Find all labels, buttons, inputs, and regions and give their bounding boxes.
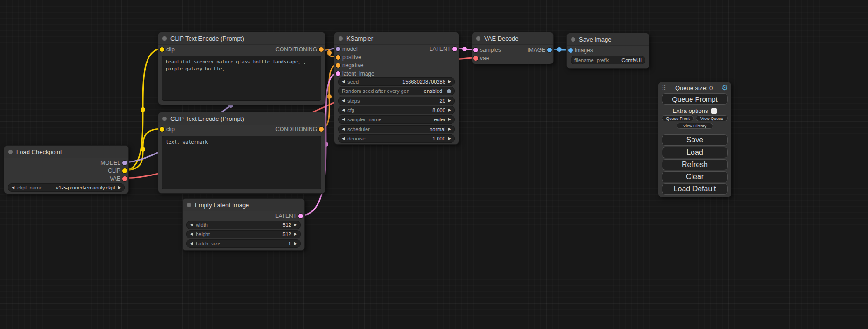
widget-steps[interactable]: ◀ steps 20 ▶ [338, 97, 455, 105]
node-title-bar[interactable]: KSampler [334, 32, 459, 45]
input-label-clip: clip [166, 126, 175, 133]
node-title-bar[interactable]: Load Checkpoint [4, 146, 128, 158]
output-slot-conditioning[interactable] [319, 47, 324, 52]
view-queue-button[interactable]: View Queue [696, 115, 728, 121]
gear-icon[interactable]: ⚙ [722, 84, 728, 92]
node-vae-decode[interactable]: VAE Decode samples vae IMAGE [472, 32, 554, 64]
widget-batch-size[interactable]: ◀ batch_size 1 ▶ [186, 239, 301, 248]
increment-arrow-icon[interactable]: ▶ [448, 78, 451, 85]
positive-prompt-textarea[interactable]: beautiful scenery nature glass bottle la… [162, 56, 321, 101]
decrement-arrow-icon[interactable]: ◀ [190, 231, 193, 238]
save-button[interactable]: Save [662, 134, 728, 146]
extra-options-label: Extra options [673, 107, 708, 114]
node-load-checkpoint[interactable]: Load Checkpoint MODEL CLIP VAE ◀ ckpt_na… [4, 145, 129, 194]
load-default-button[interactable]: Load Default [662, 183, 728, 195]
widget-label: filename_prefix [574, 57, 609, 63]
input-slot-positive[interactable] [336, 55, 340, 60]
increment-arrow-icon[interactable]: ▶ [294, 240, 297, 247]
collapse-dot[interactable] [571, 37, 575, 42]
widget-denoise[interactable]: ◀ denoise 1.000 ▶ [338, 134, 455, 143]
increment-arrow-icon[interactable]: ▶ [448, 126, 451, 133]
decrement-arrow-icon[interactable]: ◀ [190, 222, 193, 228]
decrement-arrow-icon[interactable]: ◀ [190, 240, 193, 247]
decrement-arrow-icon[interactable]: ◀ [342, 135, 345, 142]
node-save-image[interactable]: Save Image images filename_prefix ComfyU… [566, 33, 649, 69]
output-label-vae: VAE [110, 175, 120, 182]
refresh-button[interactable]: Refresh [662, 159, 728, 170]
increment-arrow-icon[interactable]: ▶ [448, 135, 451, 142]
output-slot-vae[interactable] [122, 176, 127, 181]
increment-arrow-icon[interactable]: ▶ [294, 231, 297, 238]
decrement-arrow-icon[interactable]: ◀ [342, 107, 345, 113]
output-label-model: MODEL [100, 160, 120, 166]
input-slot-clip[interactable] [160, 127, 164, 132]
decrement-arrow-icon[interactable]: ◀ [12, 184, 14, 191]
widget-scheduler[interactable]: ◀ scheduler normal ▶ [338, 125, 455, 133]
decrement-arrow-icon[interactable]: ◀ [342, 116, 345, 123]
widget-random-seed-toggle[interactable]: Random seed after every gen enabled [338, 87, 455, 95]
negative-prompt-textarea[interactable]: text, watermark [162, 136, 321, 189]
node-title: CLIP Text Encode (Prompt) [170, 35, 244, 42]
increment-arrow-icon[interactable]: ▶ [448, 116, 451, 123]
node-clip-text-encode-negative[interactable]: CLIP Text Encode (Prompt) clip CONDITION… [158, 112, 325, 194]
node-empty-latent-image[interactable]: Empty Latent Image LATENT ◀ width 512 ▶ … [182, 198, 305, 251]
output-slot-conditioning[interactable] [319, 127, 324, 132]
node-title-bar[interactable]: CLIP Text Encode (Prompt) [158, 32, 325, 45]
collapse-dot[interactable] [8, 150, 13, 154]
wire-midpoint-dot [327, 94, 332, 99]
input-slot-samples[interactable] [473, 48, 478, 52]
toggle-dot[interactable] [447, 89, 451, 93]
view-history-button[interactable]: View History [677, 123, 713, 129]
input-slot-clip[interactable] [160, 47, 164, 52]
node-title-bar[interactable]: Save Image [567, 33, 649, 46]
collapse-dot[interactable] [162, 36, 167, 41]
graph-canvas[interactable]: Load Checkpoint MODEL CLIP VAE ◀ ckpt_na… [0, 0, 868, 329]
input-slot-vae[interactable] [473, 56, 478, 61]
widget-value: 1.000 [432, 136, 445, 141]
load-button[interactable]: Load [662, 147, 728, 158]
decrement-arrow-icon[interactable]: ◀ [342, 98, 345, 104]
input-slot-negative[interactable] [336, 63, 340, 68]
input-slot-images[interactable] [568, 48, 573, 53]
node-title-bar[interactable]: Empty Latent Image [183, 199, 304, 211]
comfy-menu-panel[interactable]: ⠿ Queue size: 0 ⚙ Queue Prompt Extra opt… [658, 82, 731, 197]
widget-seed[interactable]: ◀ seed 156680208700286 ▶ [338, 77, 455, 86]
increment-arrow-icon[interactable]: ▶ [118, 184, 121, 191]
widget-ckpt-name[interactable]: ◀ ckpt_name v1-5-pruned-emaonly.ckpt ▶ [8, 183, 125, 192]
node-clip-text-encode-positive[interactable]: CLIP Text Encode (Prompt) clip CONDITION… [158, 32, 325, 105]
increment-arrow-icon[interactable]: ▶ [448, 98, 451, 104]
wire-midpoint-dot [141, 147, 145, 152]
node-title-bar[interactable]: CLIP Text Encode (Prompt) [158, 112, 325, 125]
widget-width[interactable]: ◀ width 512 ▶ [186, 221, 301, 229]
queue-front-button[interactable]: Queue Front [662, 115, 694, 121]
extra-options-checkbox[interactable] [711, 108, 717, 114]
output-slot-image[interactable] [547, 48, 552, 52]
node-title-bar[interactable]: VAE Decode [472, 32, 553, 45]
output-slot-model[interactable] [122, 161, 127, 165]
increment-arrow-icon[interactable]: ▶ [294, 222, 297, 228]
increment-arrow-icon[interactable]: ▶ [448, 107, 451, 113]
widget-cfg[interactable]: ◀ cfg 8.000 ▶ [338, 106, 455, 114]
collapse-dot[interactable] [187, 203, 191, 207]
node-title: Empty Latent Image [195, 202, 249, 209]
input-slot-latent-image[interactable] [336, 71, 340, 76]
clear-button[interactable]: Clear [662, 171, 728, 182]
decrement-arrow-icon[interactable]: ◀ [342, 126, 345, 133]
widget-height[interactable]: ◀ height 512 ▶ [186, 230, 301, 238]
output-slot-latent[interactable] [452, 47, 457, 51]
widget-filename-prefix[interactable]: filename_prefix ComfyUI [571, 56, 645, 64]
collapse-dot[interactable] [162, 117, 167, 121]
output-slot-clip[interactable] [122, 168, 127, 173]
widget-value: euler [434, 117, 445, 122]
widget-sampler-name[interactable]: ◀ sampler_name euler ▶ [338, 115, 455, 124]
collapse-dot[interactable] [339, 36, 343, 41]
decrement-arrow-icon[interactable]: ◀ [342, 78, 345, 85]
queue-prompt-button[interactable]: Queue Prompt [662, 93, 728, 105]
drag-handle-icon[interactable]: ⠿ [662, 84, 666, 91]
input-slot-model[interactable] [336, 47, 340, 51]
output-label-latent: LATENT [430, 46, 451, 52]
widget-value: 8.000 [432, 107, 445, 113]
node-ksampler[interactable]: KSampler model positive negative latent_… [334, 32, 459, 145]
output-slot-latent[interactable] [298, 214, 303, 218]
collapse-dot[interactable] [476, 36, 480, 41]
